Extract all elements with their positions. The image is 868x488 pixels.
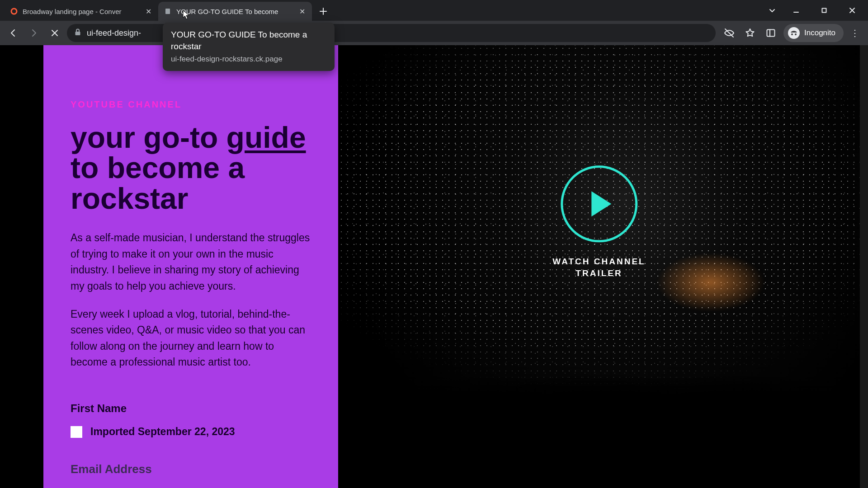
lock-icon (74, 28, 81, 38)
incognito-icon (788, 27, 800, 39)
play-button[interactable] (561, 165, 637, 242)
page-headline: your go-to guide to become a rockstar (71, 122, 311, 214)
imported-checkbox-row[interactable]: Imported September 22, 2023 (71, 426, 311, 438)
hero-left-panel: YOUTUBE CHANNEL your go-to guide to beco… (43, 45, 338, 488)
headline-part-2: to become a rockstar (71, 151, 245, 215)
page-viewport: YOUTUBE CHANNEL your go-to guide to beco… (0, 45, 868, 488)
maximize-button[interactable] (811, 1, 837, 19)
watch-trailer-label: WATCH CHANNEL TRAILER (552, 256, 645, 279)
vertical-scrollbar[interactable] (860, 45, 868, 488)
close-window-button[interactable] (839, 1, 865, 19)
close-icon[interactable]: ✕ (297, 7, 307, 16)
titlebar: Broadway landing page - Conver ✕ YOUR GO… (0, 0, 868, 21)
crowd-silhouette (338, 352, 860, 488)
menu-button[interactable]: ⋮ (848, 28, 862, 38)
imported-label: Imported September 22, 2023 (90, 426, 235, 438)
tooltip-title: YOUR GO-TO GUIDE To become a rockstar (171, 29, 326, 52)
hero-right-panel: WATCH CHANNEL TRAILER (338, 45, 860, 488)
back-button[interactable] (5, 24, 22, 42)
first-name-label: First Name (71, 402, 311, 415)
favicon-o-icon (10, 7, 18, 15)
close-icon[interactable]: ✕ (144, 7, 153, 16)
side-panel-icon[interactable] (763, 25, 779, 41)
minimize-button[interactable] (783, 1, 809, 19)
incognito-label: Incognito (804, 28, 835, 38)
tab-guide[interactable]: YOUR GO-TO GUIDE To become ✕ (158, 2, 312, 21)
tab-title: Broadway landing page - Conver (23, 8, 139, 15)
tab-preview-tooltip: YOUR GO-TO GUIDE To become a rockstar ui… (163, 23, 335, 71)
stage-glow (656, 253, 765, 312)
email-label: Email Address (71, 462, 311, 476)
tab-search-button[interactable] (763, 1, 781, 19)
window-controls (763, 0, 868, 21)
left-gutter (0, 45, 43, 488)
stop-reload-button[interactable] (46, 24, 63, 42)
tab-title: YOUR GO-TO GUIDE To become (176, 8, 293, 15)
favicon-page-icon (164, 7, 172, 15)
bookmark-star-icon[interactable] (742, 25, 758, 41)
watch-label-line1: WATCH CHANNEL (552, 257, 645, 266)
signup-form: First Name Imported September 22, 2023 E… (71, 402, 311, 488)
intro-paragraph-1: As a self-made musician, I understand th… (71, 230, 310, 295)
svg-point-0 (11, 9, 17, 14)
svg-rect-2 (822, 9, 826, 13)
watch-label-line2: TRAILER (576, 268, 622, 278)
svg-rect-1 (165, 9, 170, 14)
svg-rect-4 (767, 30, 775, 37)
tab-broadway[interactable]: Broadway landing page - Conver ✕ (5, 2, 158, 21)
checkbox-icon[interactable] (71, 426, 82, 438)
toolbar-actions: Incognito ⋮ (719, 24, 863, 42)
new-tab-button[interactable] (316, 4, 331, 19)
eyebrow-label: YOUTUBE CHANNEL (71, 99, 311, 110)
headline-part-1: your go-to (71, 121, 226, 154)
tooltip-url: ui-feed-design-rockstars.ck.page (171, 55, 326, 64)
play-icon (591, 191, 611, 216)
tracking-off-icon[interactable] (721, 25, 737, 41)
svg-rect-3 (75, 32, 80, 35)
intro-paragraph-2: Every week I upload a vlog, tutorial, be… (71, 306, 310, 371)
headline-guide-word: guide (226, 121, 306, 154)
incognito-indicator[interactable]: Incognito (783, 24, 844, 42)
mouse-cursor-icon (183, 10, 190, 20)
channel-trailer-cta: WATCH CHANNEL TRAILER (552, 165, 645, 279)
forward-button[interactable] (25, 24, 42, 42)
tab-strip: Broadway landing page - Conver ✕ YOUR GO… (0, 0, 763, 21)
browser-toolbar: ui-feed-design- Incognito ⋮ (0, 21, 868, 45)
